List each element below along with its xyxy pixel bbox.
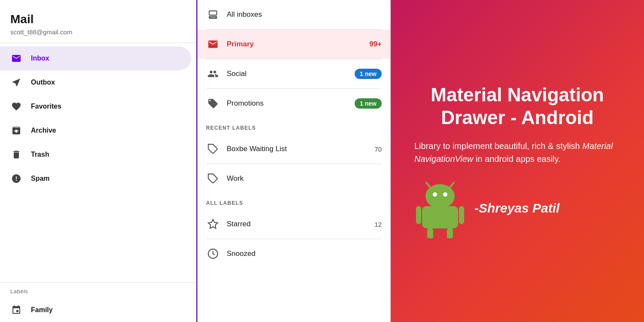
inbox-icon (10, 52, 22, 64)
nav-item-outbox-label: Outbox (31, 79, 55, 86)
nav-item-archive[interactable]: Archive (0, 118, 191, 143)
author-name: -Shreyas Patil (474, 201, 559, 216)
snoozed-label: Snoozed (227, 249, 382, 258)
nav-item-favorites[interactable]: Favorites (0, 94, 191, 118)
svg-marker-0 (208, 219, 218, 228)
nav-item-spam[interactable]: Spam (0, 167, 191, 191)
all-inboxes-label: All inboxes (227, 10, 382, 19)
boxbe-icon (206, 142, 220, 156)
labels-heading: Labels (10, 288, 186, 295)
social-label: Social (227, 70, 348, 78)
work-icon (206, 172, 220, 185)
svg-rect-11 (447, 228, 453, 238)
social-icon (206, 67, 220, 81)
inbox-item-starred[interactable]: Starred 12 (197, 210, 390, 239)
trash-icon (10, 149, 22, 161)
nav-item-favorites-label: Favorites (31, 103, 61, 110)
social-badge: 1 new (355, 69, 382, 79)
inbox-item-snoozed[interactable]: Snoozed (197, 239, 390, 268)
starred-icon (206, 217, 220, 231)
nav-item-outbox[interactable]: Outbox (0, 70, 191, 94)
nav-item-spam-label: Spam (31, 175, 50, 182)
all-labels-heading: ALL LABELS (197, 193, 390, 210)
outbox-icon (10, 76, 22, 88)
boxbe-label: Boxbe Waiting List (227, 145, 368, 153)
nav-item-trash-label: Trash (31, 151, 49, 158)
inbox-item-primary[interactable]: Primary 99+ (197, 30, 390, 59)
mail-header: Mail scott_t88@gmail.com (0, 0, 196, 43)
nav-items-list: Inbox Outbox Favorites Archive (0, 43, 196, 283)
right-info-panel: Material Navigation Drawer - Android Lib… (391, 0, 644, 322)
svg-rect-9 (459, 206, 464, 224)
inbox-item-work[interactable]: Work (197, 164, 390, 193)
labels-section: Labels (0, 283, 196, 298)
primary-icon (206, 37, 220, 51)
middle-inbox-panel: All inboxes Primary 99+ Social 1 new Pro… (197, 0, 391, 322)
svg-rect-7 (422, 206, 458, 228)
promo-description: Library to implement beautiful, rich & s… (414, 140, 620, 165)
inbox-item-social[interactable]: Social 1 new (197, 59, 390, 88)
android-robot-icon (414, 178, 466, 238)
svg-point-4 (425, 184, 455, 208)
nav-item-trash[interactable]: Trash (0, 143, 191, 167)
svg-rect-8 (416, 206, 421, 224)
svg-point-6 (443, 192, 447, 197)
primary-badge: 99+ (369, 40, 382, 49)
family-icon (10, 304, 22, 316)
promotions-badge: 1 new (355, 98, 382, 109)
all-inboxes-icon (206, 8, 220, 21)
primary-label: Primary (227, 40, 362, 49)
promo-title: Material Navigation Drawer - Android (431, 84, 604, 129)
mail-email: scott_t88@gmail.com (10, 28, 186, 36)
spam-icon (10, 173, 22, 185)
favorites-icon (10, 100, 22, 112)
promotions-label: Promotions (227, 99, 348, 108)
nav-item-inbox[interactable]: Inbox (0, 46, 191, 70)
nav-item-family-label: Family (31, 306, 53, 314)
promotions-icon (206, 97, 220, 110)
inbox-item-all[interactable]: All inboxes (197, 0, 390, 29)
nav-item-family[interactable]: Family (0, 298, 196, 322)
svg-rect-10 (427, 228, 433, 238)
work-label: Work (227, 174, 382, 183)
starred-count: 12 (374, 221, 382, 228)
left-nav-drawer: Mail scott_t88@gmail.com Inbox Outbox Fa… (0, 0, 197, 322)
svg-point-5 (433, 192, 437, 197)
recent-labels-heading: RECENT LABELS (197, 118, 390, 134)
inbox-item-promotions[interactable]: Promotions 1 new (197, 89, 390, 118)
bottom-row: -Shreyas Patil (414, 178, 620, 238)
nav-item-archive-label: Archive (31, 127, 56, 134)
nav-item-inbox-label: Inbox (31, 55, 49, 62)
mail-title: Mail (10, 12, 186, 27)
inbox-item-boxbe[interactable]: Boxbe Waiting List 70 (197, 134, 390, 164)
archive-icon (10, 125, 22, 137)
snoozed-icon (206, 247, 220, 261)
boxbe-count: 70 (374, 146, 382, 153)
starred-label: Starred (227, 220, 368, 228)
